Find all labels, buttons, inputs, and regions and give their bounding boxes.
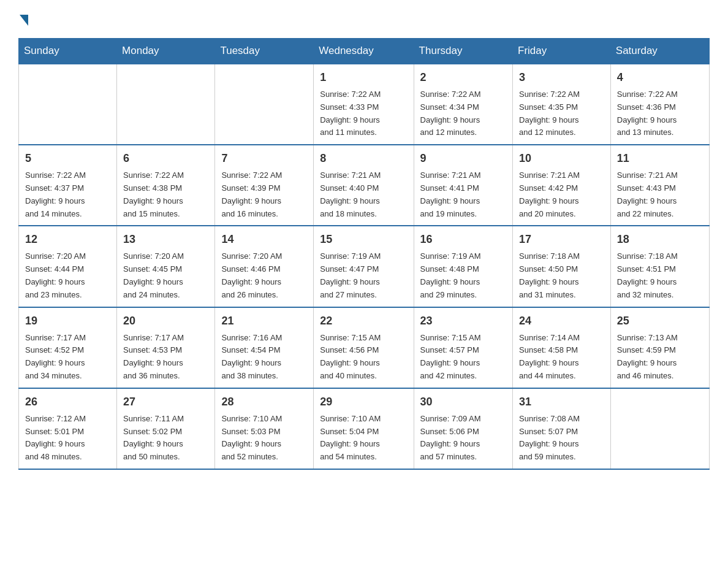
week-row-2: 5Sunrise: 7:22 AM Sunset: 4:37 PM Daylig… bbox=[19, 145, 710, 226]
day-number: 14 bbox=[221, 231, 307, 248]
calendar-cell: 19Sunrise: 7:17 AM Sunset: 4:52 PM Dayli… bbox=[19, 307, 117, 388]
calendar-cell: 2Sunrise: 7:22 AM Sunset: 4:34 PM Daylig… bbox=[414, 64, 512, 145]
day-number: 20 bbox=[123, 313, 208, 329]
week-row-1: 1Sunrise: 7:22 AM Sunset: 4:33 PM Daylig… bbox=[19, 64, 710, 145]
day-number: 21 bbox=[221, 313, 307, 329]
day-info: Sunrise: 7:18 AM Sunset: 4:51 PM Dayligh… bbox=[617, 250, 703, 301]
day-number: 9 bbox=[420, 150, 506, 167]
header-sunday: Sunday bbox=[19, 39, 117, 64]
day-info: Sunrise: 7:22 AM Sunset: 4:39 PM Dayligh… bbox=[221, 169, 307, 220]
day-info: Sunrise: 7:22 AM Sunset: 4:33 PM Dayligh… bbox=[320, 88, 407, 139]
day-info: Sunrise: 7:20 AM Sunset: 4:44 PM Dayligh… bbox=[25, 250, 110, 301]
day-info: Sunrise: 7:14 AM Sunset: 4:58 PM Dayligh… bbox=[519, 332, 604, 383]
calendar-cell: 27Sunrise: 7:11 AM Sunset: 5:02 PM Dayli… bbox=[117, 388, 215, 469]
week-row-4: 19Sunrise: 7:17 AM Sunset: 4:52 PM Dayli… bbox=[19, 307, 710, 388]
day-info: Sunrise: 7:15 AM Sunset: 4:56 PM Dayligh… bbox=[320, 332, 407, 383]
day-info: Sunrise: 7:21 AM Sunset: 4:40 PM Dayligh… bbox=[320, 169, 407, 220]
day-number: 12 bbox=[25, 231, 110, 248]
day-info: Sunrise: 7:15 AM Sunset: 4:57 PM Dayligh… bbox=[420, 332, 506, 383]
day-number: 1 bbox=[320, 69, 407, 86]
calendar-cell: 28Sunrise: 7:10 AM Sunset: 5:03 PM Dayli… bbox=[215, 388, 314, 469]
day-number: 30 bbox=[420, 394, 506, 410]
day-number: 19 bbox=[25, 313, 110, 329]
calendar-cell: 17Sunrise: 7:18 AM Sunset: 4:50 PM Dayli… bbox=[513, 226, 611, 307]
calendar-cell: 24Sunrise: 7:14 AM Sunset: 4:58 PM Dayli… bbox=[513, 307, 611, 388]
day-info: Sunrise: 7:12 AM Sunset: 5:01 PM Dayligh… bbox=[25, 413, 110, 464]
day-number: 8 bbox=[320, 150, 407, 167]
day-info: Sunrise: 7:17 AM Sunset: 4:53 PM Dayligh… bbox=[123, 332, 208, 383]
calendar-cell: 30Sunrise: 7:09 AM Sunset: 5:06 PM Dayli… bbox=[414, 388, 512, 469]
calendar-cell: 11Sunrise: 7:21 AM Sunset: 4:43 PM Dayli… bbox=[610, 145, 709, 226]
header-tuesday: Tuesday bbox=[215, 39, 314, 64]
header-monday: Monday bbox=[117, 39, 215, 64]
day-number: 25 bbox=[617, 313, 703, 329]
header-wednesday: Wednesday bbox=[314, 39, 414, 64]
day-number: 10 bbox=[519, 150, 604, 167]
day-number: 11 bbox=[617, 150, 703, 167]
day-info: Sunrise: 7:21 AM Sunset: 4:43 PM Dayligh… bbox=[617, 169, 703, 220]
day-number: 2 bbox=[420, 69, 506, 86]
calendar-cell: 26Sunrise: 7:12 AM Sunset: 5:01 PM Dayli… bbox=[19, 388, 117, 469]
calendar-cell: 3Sunrise: 7:22 AM Sunset: 4:35 PM Daylig… bbox=[513, 64, 611, 145]
day-number: 24 bbox=[519, 313, 604, 329]
calendar-cell: 13Sunrise: 7:20 AM Sunset: 4:45 PM Dayli… bbox=[117, 226, 215, 307]
day-number: 16 bbox=[420, 231, 506, 248]
header-thursday: Thursday bbox=[414, 39, 512, 64]
day-info: Sunrise: 7:22 AM Sunset: 4:36 PM Dayligh… bbox=[617, 88, 703, 139]
day-info: Sunrise: 7:20 AM Sunset: 4:46 PM Dayligh… bbox=[221, 250, 307, 301]
calendar-cell: 4Sunrise: 7:22 AM Sunset: 4:36 PM Daylig… bbox=[610, 64, 709, 145]
day-info: Sunrise: 7:19 AM Sunset: 4:47 PM Dayligh… bbox=[320, 250, 407, 301]
day-number: 23 bbox=[420, 313, 506, 329]
calendar-cell: 10Sunrise: 7:21 AM Sunset: 4:42 PM Dayli… bbox=[513, 145, 611, 226]
calendar-cell: 16Sunrise: 7:19 AM Sunset: 4:48 PM Dayli… bbox=[414, 226, 512, 307]
day-number: 17 bbox=[519, 231, 604, 248]
day-info: Sunrise: 7:11 AM Sunset: 5:02 PM Dayligh… bbox=[123, 413, 208, 464]
day-number: 26 bbox=[25, 394, 110, 410]
day-info: Sunrise: 7:10 AM Sunset: 5:03 PM Dayligh… bbox=[221, 413, 307, 464]
header-friday: Friday bbox=[513, 39, 611, 64]
day-info: Sunrise: 7:22 AM Sunset: 4:37 PM Dayligh… bbox=[25, 169, 110, 220]
calendar-cell: 1Sunrise: 7:22 AM Sunset: 4:33 PM Daylig… bbox=[314, 64, 414, 145]
page-header bbox=[18, 12, 710, 26]
day-info: Sunrise: 7:16 AM Sunset: 4:54 PM Dayligh… bbox=[221, 332, 307, 383]
calendar-cell bbox=[117, 64, 215, 145]
day-number: 5 bbox=[25, 150, 110, 167]
day-info: Sunrise: 7:20 AM Sunset: 4:45 PM Dayligh… bbox=[123, 250, 208, 301]
day-number: 31 bbox=[519, 394, 604, 410]
calendar-cell: 15Sunrise: 7:19 AM Sunset: 4:47 PM Dayli… bbox=[314, 226, 414, 307]
calendar-cell: 20Sunrise: 7:17 AM Sunset: 4:53 PM Dayli… bbox=[117, 307, 215, 388]
day-number: 22 bbox=[320, 313, 407, 329]
day-info: Sunrise: 7:13 AM Sunset: 4:59 PM Dayligh… bbox=[617, 332, 703, 383]
day-info: Sunrise: 7:21 AM Sunset: 4:42 PM Dayligh… bbox=[519, 169, 604, 220]
calendar-table: SundayMondayTuesdayWednesdayThursdayFrid… bbox=[18, 38, 710, 470]
calendar-cell bbox=[610, 388, 709, 469]
day-number: 29 bbox=[320, 394, 407, 410]
day-number: 15 bbox=[320, 231, 407, 248]
day-info: Sunrise: 7:22 AM Sunset: 4:35 PM Dayligh… bbox=[519, 88, 604, 139]
day-info: Sunrise: 7:22 AM Sunset: 4:38 PM Dayligh… bbox=[123, 169, 208, 220]
day-info: Sunrise: 7:21 AM Sunset: 4:41 PM Dayligh… bbox=[420, 169, 506, 220]
week-row-5: 26Sunrise: 7:12 AM Sunset: 5:01 PM Dayli… bbox=[19, 388, 710, 469]
calendar-cell bbox=[215, 64, 314, 145]
calendar-cell: 23Sunrise: 7:15 AM Sunset: 4:57 PM Dayli… bbox=[414, 307, 512, 388]
calendar-cell: 25Sunrise: 7:13 AM Sunset: 4:59 PM Dayli… bbox=[610, 307, 709, 388]
day-info: Sunrise: 7:22 AM Sunset: 4:34 PM Dayligh… bbox=[420, 88, 506, 139]
calendar-cell: 12Sunrise: 7:20 AM Sunset: 4:44 PM Dayli… bbox=[19, 226, 117, 307]
day-info: Sunrise: 7:10 AM Sunset: 5:04 PM Dayligh… bbox=[320, 413, 407, 464]
calendar-cell bbox=[19, 64, 117, 145]
calendar-cell: 21Sunrise: 7:16 AM Sunset: 4:54 PM Dayli… bbox=[215, 307, 314, 388]
day-number: 28 bbox=[221, 394, 307, 410]
calendar-header-row: SundayMondayTuesdayWednesdayThursdayFrid… bbox=[19, 39, 710, 64]
day-info: Sunrise: 7:17 AM Sunset: 4:52 PM Dayligh… bbox=[25, 332, 110, 383]
week-row-3: 12Sunrise: 7:20 AM Sunset: 4:44 PM Dayli… bbox=[19, 226, 710, 307]
calendar-cell: 22Sunrise: 7:15 AM Sunset: 4:56 PM Dayli… bbox=[314, 307, 414, 388]
day-number: 7 bbox=[221, 150, 307, 167]
day-number: 4 bbox=[617, 69, 703, 86]
day-number: 27 bbox=[123, 394, 208, 410]
logo-general-text bbox=[18, 12, 28, 26]
calendar-cell: 29Sunrise: 7:10 AM Sunset: 5:04 PM Dayli… bbox=[314, 388, 414, 469]
day-number: 6 bbox=[123, 150, 208, 167]
calendar-cell: 6Sunrise: 7:22 AM Sunset: 4:38 PM Daylig… bbox=[117, 145, 215, 226]
day-number: 3 bbox=[519, 69, 604, 86]
calendar-cell: 18Sunrise: 7:18 AM Sunset: 4:51 PM Dayli… bbox=[610, 226, 709, 307]
